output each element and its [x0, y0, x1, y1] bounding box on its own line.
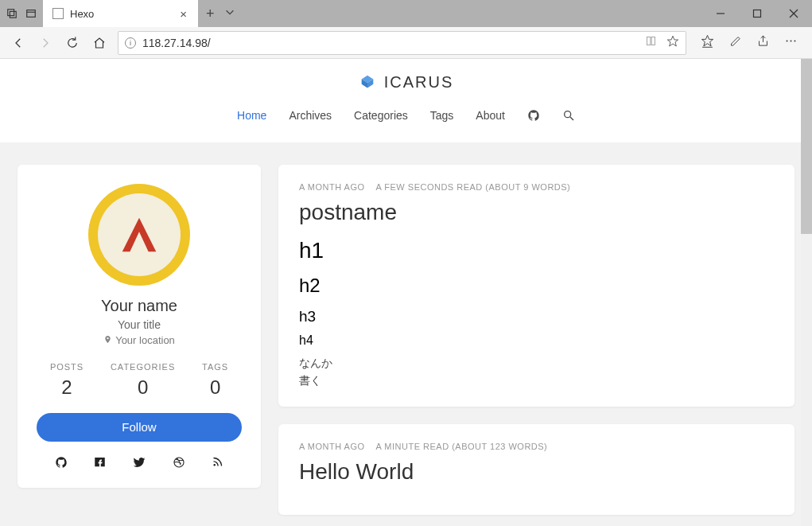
tabs-dropdown-icon[interactable] [224, 6, 235, 21]
nav-tags[interactable]: Tags [430, 109, 454, 122]
github-icon[interactable] [527, 109, 540, 122]
notes-icon[interactable] [728, 34, 742, 51]
svg-rect-8 [647, 37, 651, 45]
twitter-social-icon[interactable] [133, 456, 146, 472]
post-title[interactable]: Hello World [299, 459, 774, 485]
profile-stats: POSTS 2 CATEGORIES 0 TAGS 0 [37, 362, 242, 399]
post-title[interactable]: postname [299, 200, 774, 225]
avatar [88, 184, 190, 286]
post-body: h1 h2 h3 h4 なんか 書く [299, 238, 774, 390]
follow-button[interactable]: Follow [37, 413, 242, 442]
post-meta: A MONTH AGO A FEW SECONDS READ (ABOUT 9 … [299, 182, 774, 192]
stat-posts: POSTS 2 [50, 362, 84, 399]
favorites-bar-icon[interactable] [701, 34, 714, 51]
tab-preview-icon[interactable] [25, 8, 37, 19]
social-links [37, 456, 242, 472]
post-time: A MONTH AGO [299, 442, 365, 451]
post-card: A MONTH AGO A FEW SECONDS READ (ABOUT 9 … [278, 165, 795, 407]
author-name: Your name [37, 297, 242, 315]
svg-line-15 [570, 117, 573, 120]
nav-home[interactable]: Home [237, 109, 266, 122]
profile-card: Your name Your title Your location POSTS… [17, 165, 261, 488]
tab-actions-icon[interactable] [6, 8, 17, 19]
favorite-icon[interactable] [666, 35, 679, 51]
new-tab-icon[interactable]: + [206, 6, 215, 22]
url-text: 118.27.14.98/ [142, 37, 211, 49]
rss-social-icon[interactable] [212, 456, 223, 472]
author-title: Your title [37, 318, 242, 331]
tab-favicon [52, 8, 64, 19]
sidebar: Your name Your title Your location POSTS… [17, 165, 261, 518]
main-content: A MONTH AGO A FEW SECONDS READ (ABOUT 9 … [278, 165, 795, 518]
post-meta: A MONTH AGO A MINUTE READ (ABOUT 123 WOR… [299, 442, 774, 451]
browser-urlbar: i 118.27.14.98/ [0, 27, 812, 59]
refresh-button[interactable] [64, 34, 81, 52]
svg-rect-0 [8, 10, 14, 16]
window-maximize-button[interactable] [739, 0, 775, 27]
post-text-line: 書く [299, 372, 774, 389]
svg-point-13 [794, 40, 795, 41]
window-close-button[interactable] [775, 0, 812, 27]
site-nav: Home Archives Categories Tags About [0, 95, 812, 136]
post-heading-1: h1 [299, 238, 774, 263]
location-pin-icon [103, 334, 112, 346]
search-icon[interactable] [562, 109, 575, 122]
nav-about[interactable]: About [476, 109, 505, 122]
svg-point-14 [565, 111, 571, 117]
site-header: ICARUS Home Archives Categories Tags Abo… [0, 59, 812, 142]
window-minimize-button[interactable] [702, 0, 739, 27]
post-heading-2: h2 [299, 275, 774, 297]
github-social-icon[interactable] [55, 456, 68, 472]
post-heading-4: h4 [299, 333, 774, 348]
brand-text: ICARUS [384, 73, 454, 92]
dribbble-social-icon[interactable] [173, 456, 185, 472]
post-readtime: A FEW SECONDS READ (ABOUT 9 WORDS) [376, 182, 571, 192]
post-time: A MONTH AGO [299, 182, 365, 192]
close-tab-icon[interactable]: × [180, 7, 187, 21]
site-info-icon[interactable]: i [125, 37, 136, 49]
svg-point-11 [786, 40, 787, 41]
stat-categories: CATEGORIES 0 [111, 362, 175, 399]
nav-archives[interactable]: Archives [289, 109, 332, 122]
svg-rect-5 [754, 10, 761, 18]
browser-titlebar: Hexo × + [0, 0, 812, 27]
svg-rect-1 [10, 11, 16, 18]
post-readtime: A MINUTE READ (ABOUT 123 WORDS) [376, 442, 548, 451]
site-brand[interactable]: ICARUS [359, 73, 454, 92]
stat-tags: TAGS 0 [202, 362, 228, 399]
post-heading-3: h3 [299, 308, 774, 325]
svg-point-17 [214, 464, 216, 466]
svg-rect-9 [651, 37, 655, 45]
page-body: Your name Your title Your location POSTS… [0, 142, 812, 527]
address-bar[interactable]: i 118.27.14.98/ [118, 31, 686, 55]
post-text-line: なんか [299, 354, 774, 372]
svg-point-12 [790, 40, 791, 41]
author-location: Your location [37, 334, 242, 346]
tab-title: Hexo [70, 8, 94, 20]
more-icon[interactable] [784, 34, 798, 51]
post-card: A MONTH AGO A MINUTE READ (ABOUT 123 WOR… [278, 424, 795, 515]
forward-button[interactable] [37, 34, 54, 52]
nav-categories[interactable]: Categories [354, 109, 408, 122]
back-button[interactable] [10, 34, 27, 52]
share-icon[interactable] [756, 34, 770, 51]
home-button[interactable] [91, 34, 108, 52]
page-viewport: ICARUS Home Archives Categories Tags Abo… [0, 59, 812, 526]
reader-mode-icon[interactable] [645, 35, 657, 50]
brand-logo-icon [359, 74, 376, 92]
scrollbar-thumb[interactable] [801, 59, 812, 234]
facebook-social-icon[interactable] [94, 456, 106, 472]
svg-rect-2 [27, 10, 36, 18]
browser-tab[interactable]: Hexo × [43, 0, 198, 27]
